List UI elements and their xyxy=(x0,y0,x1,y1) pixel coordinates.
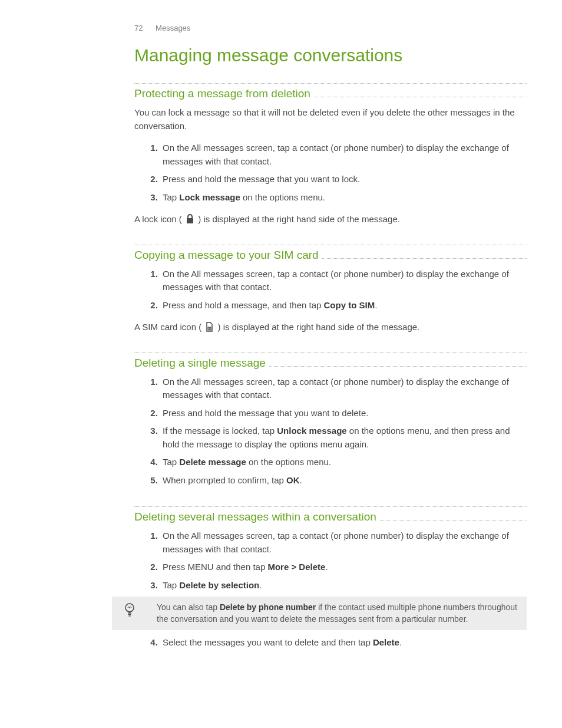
divider xyxy=(134,83,527,84)
step-item: Press and hold the message that you want… xyxy=(160,173,527,186)
lightbulb-icon xyxy=(118,601,141,618)
step-item: On the All messages screen, tap a contac… xyxy=(160,268,527,294)
steps-list: On the All messages screen, tap a contac… xyxy=(134,375,527,487)
divider xyxy=(380,514,527,521)
step-item: If the message is locked, tap Unlock mes… xyxy=(160,424,527,451)
svg-rect-0 xyxy=(187,218,193,223)
subheading-row: Copying a message to your SIM card xyxy=(134,249,527,262)
steps-list: On the All messages screen, tap a contac… xyxy=(134,268,527,312)
trailing-text: A lock icon ( ) is displayed at the righ… xyxy=(134,213,527,228)
step-item: On the All messages screen, tap a contac… xyxy=(160,141,527,168)
subheading-deleting-several: Deleting several messages within a conve… xyxy=(134,510,380,523)
step-item: Tap Delete message on the options menu. xyxy=(160,456,527,469)
intro-text: You can lock a message so that it will n… xyxy=(134,106,527,133)
step-item: Tap Delete by selection. xyxy=(160,579,527,592)
steps-list: On the All messages screen, tap a contac… xyxy=(134,529,527,592)
subheading-row: Deleting a single message xyxy=(134,357,527,370)
step-item: Press MENU and then tap More > Delete. xyxy=(160,561,527,574)
tip-text: You can also tap Delete by phone number … xyxy=(157,601,517,625)
subheading-protecting: Protecting a message from deletion xyxy=(134,87,314,100)
steps-list: On the All messages screen, tap a contac… xyxy=(134,141,527,204)
page-number: 72 xyxy=(134,24,143,32)
subheading-row: Deleting several messages within a conve… xyxy=(134,510,527,523)
subheading-row: Protecting a message from deletion xyxy=(134,87,527,100)
page-header: 72 Messages xyxy=(134,24,527,32)
sim-card-icon xyxy=(205,322,214,336)
divider xyxy=(134,506,527,507)
step-item: When prompted to confirm, tap OK. xyxy=(160,474,527,487)
step-item: Tap Lock message on the options menu. xyxy=(160,191,527,205)
divider xyxy=(269,360,527,367)
lock-icon xyxy=(186,214,194,228)
divider xyxy=(314,91,527,97)
step-item: Press and hold a message, and then tap C… xyxy=(160,299,527,312)
steps-list-continued: Select the messages you want to delete a… xyxy=(134,636,527,650)
divider xyxy=(134,353,527,353)
step-item: Press and hold the message that you want… xyxy=(160,407,527,420)
page-title: Managing message conversations xyxy=(134,45,527,65)
subheading-deleting-single: Deleting a single message xyxy=(134,357,269,370)
divider xyxy=(134,245,527,245)
trailing-text: A SIM card icon ( ) is displayed at the … xyxy=(134,321,527,336)
tip-callout: You can also tap Delete by phone number … xyxy=(112,597,527,630)
divider xyxy=(322,252,527,259)
document-page: 72 Messages Managing message conversatio… xyxy=(0,0,562,681)
step-item: On the All messages screen, tap a contac… xyxy=(160,529,527,556)
subheading-copying: Copying a message to your SIM card xyxy=(134,249,322,262)
step-item: On the All messages screen, tap a contac… xyxy=(160,375,527,402)
section-name: Messages xyxy=(156,24,190,32)
step-item: Select the messages you want to delete a… xyxy=(160,636,527,650)
